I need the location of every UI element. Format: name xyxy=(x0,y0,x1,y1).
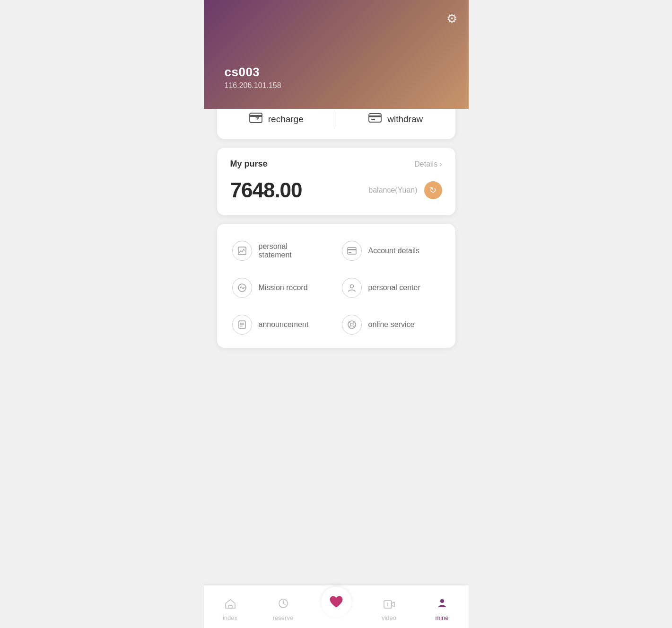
nav-item-video[interactable]: video xyxy=(363,600,416,621)
menu-item-mission-record[interactable]: Mission record xyxy=(227,269,336,306)
svg-point-22 xyxy=(440,599,444,603)
purse-title: My purse xyxy=(230,159,268,169)
chevron-right-icon: › xyxy=(439,160,442,168)
recharge-icon xyxy=(249,113,262,126)
heart-icon xyxy=(328,594,344,610)
purse-body: 7648.00 balance(Yuan) ↻ xyxy=(230,178,442,202)
menu-item-personal-statement[interactable]: personal statement xyxy=(227,232,336,269)
online-service-label: online service xyxy=(368,320,415,329)
center-bubble xyxy=(321,587,351,617)
details-link[interactable]: Details › xyxy=(414,160,442,168)
bottom-nav: index reserve xyxy=(204,585,469,628)
header-background: ⚙ cs003 116.206.101.158 xyxy=(204,0,469,109)
svg-rect-7 xyxy=(348,249,356,250)
user-info: cs003 116.206.101.158 xyxy=(225,65,281,90)
menu-grid: personal statement Account details xyxy=(227,232,446,343)
menu-item-online-service[interactable]: online service xyxy=(336,306,446,343)
mission-record-icon xyxy=(232,278,252,298)
video-icon xyxy=(384,600,395,612)
recharge-button[interactable]: recharge xyxy=(217,113,336,126)
svg-rect-3 xyxy=(369,115,381,117)
svg-rect-6 xyxy=(348,248,356,254)
details-label: Details xyxy=(414,160,437,168)
mine-icon xyxy=(436,598,448,612)
svg-rect-19 xyxy=(228,605,232,608)
nav-video-label: video xyxy=(382,614,396,621)
purse-card: My purse Details › 7648.00 balance(Yuan)… xyxy=(217,148,455,215)
svg-point-18 xyxy=(350,323,353,326)
personal-statement-label: personal statement xyxy=(259,242,292,259)
personal-center-icon xyxy=(342,278,362,298)
center-inner xyxy=(324,590,349,614)
withdraw-label: withdraw xyxy=(387,114,423,124)
nav-reserve-label: reserve xyxy=(273,614,293,621)
svg-point-11 xyxy=(243,287,244,288)
mission-record-label: Mission record xyxy=(259,283,308,292)
svg-rect-4 xyxy=(371,119,375,120)
menu-item-announcement[interactable]: announcement xyxy=(227,306,336,343)
nav-item-mine[interactable]: mine xyxy=(416,598,469,621)
svg-rect-1 xyxy=(250,115,262,117)
nav-index-label: index xyxy=(223,614,237,621)
svg-rect-2 xyxy=(369,114,381,122)
withdraw-button[interactable]: withdraw xyxy=(336,113,455,125)
balance-unit-label: balance(Yuan) xyxy=(368,186,417,195)
online-service-icon xyxy=(342,315,362,335)
purse-header: My purse Details › xyxy=(230,159,442,169)
reserve-icon xyxy=(278,598,289,612)
balance-right: balance(Yuan) ↻ xyxy=(368,181,442,199)
withdraw-icon xyxy=(368,113,382,125)
svg-rect-5 xyxy=(238,247,246,255)
account-details-icon xyxy=(342,241,362,261)
menu-item-account-details[interactable]: Account details xyxy=(336,232,446,269)
user-ip: 116.206.101.158 xyxy=(225,81,281,90)
username: cs003 xyxy=(225,65,281,80)
phone-container: ⚙ cs003 116.206.101.158 recharge xyxy=(204,0,469,628)
svg-point-10 xyxy=(239,287,240,288)
menu-item-personal-center[interactable]: personal center xyxy=(336,269,446,306)
settings-icon[interactable]: ⚙ xyxy=(446,11,457,26)
nav-mine-label: mine xyxy=(435,614,448,621)
balance-amount: 7648.00 xyxy=(230,178,302,202)
nav-item-reserve[interactable]: reserve xyxy=(257,598,310,621)
svg-rect-8 xyxy=(349,252,351,253)
announcement-label: announcement xyxy=(259,320,309,329)
cards-area: recharge withdraw My purse Details xyxy=(204,99,469,348)
nav-item-index[interactable]: index xyxy=(204,599,257,621)
account-details-label: Account details xyxy=(368,247,420,255)
svg-point-12 xyxy=(350,285,353,288)
nav-item-center[interactable] xyxy=(310,595,363,621)
refresh-balance-button[interactable]: ↻ xyxy=(424,181,442,199)
announcement-icon xyxy=(232,315,252,335)
menu-card: personal statement Account details xyxy=(217,224,455,348)
home-icon xyxy=(225,599,236,612)
personal-statement-icon xyxy=(232,241,252,261)
recharge-label: recharge xyxy=(268,114,304,124)
personal-center-label: personal center xyxy=(368,283,420,292)
